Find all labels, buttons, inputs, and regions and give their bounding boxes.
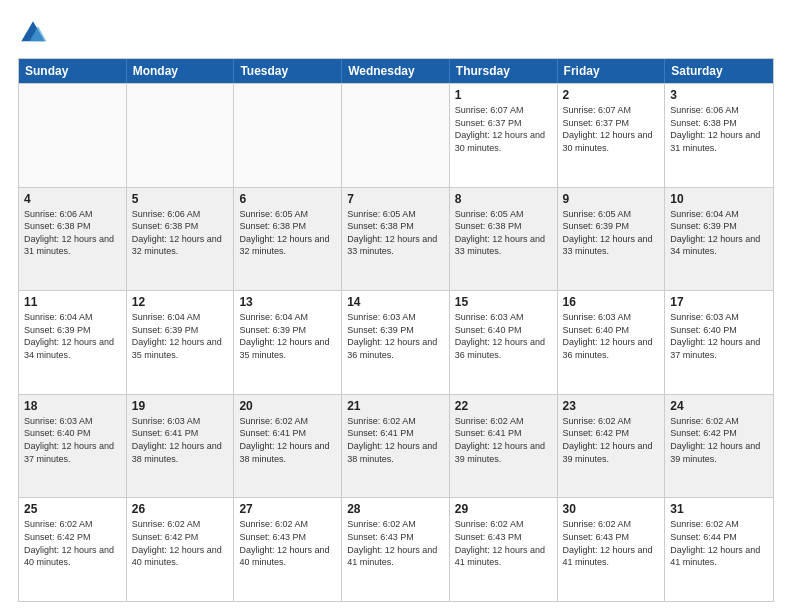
calendar-cell: 1Sunrise: 6:07 AMSunset: 6:37 PMDaylight…: [450, 84, 558, 187]
calendar-cell: 14Sunrise: 6:03 AMSunset: 6:39 PMDayligh…: [342, 291, 450, 394]
day-number: 4: [24, 192, 121, 206]
day-number: 23: [563, 399, 660, 413]
cell-text: Sunrise: 6:02 AMSunset: 6:41 PMDaylight:…: [455, 415, 552, 465]
cell-text: Sunrise: 6:04 AMSunset: 6:39 PMDaylight:…: [24, 311, 121, 361]
header-day-sunday: Sunday: [19, 59, 127, 83]
calendar-cell: 26Sunrise: 6:02 AMSunset: 6:42 PMDayligh…: [127, 498, 235, 601]
calendar-cell: 30Sunrise: 6:02 AMSunset: 6:43 PMDayligh…: [558, 498, 666, 601]
day-number: 9: [563, 192, 660, 206]
day-number: 30: [563, 502, 660, 516]
cell-text: Sunrise: 6:07 AMSunset: 6:37 PMDaylight:…: [455, 104, 552, 154]
cell-text: Sunrise: 6:02 AMSunset: 6:42 PMDaylight:…: [132, 518, 229, 568]
cell-text: Sunrise: 6:06 AMSunset: 6:38 PMDaylight:…: [670, 104, 768, 154]
calendar-row-0: 1Sunrise: 6:07 AMSunset: 6:37 PMDaylight…: [19, 83, 773, 187]
day-number: 8: [455, 192, 552, 206]
day-number: 5: [132, 192, 229, 206]
calendar-cell: 7Sunrise: 6:05 AMSunset: 6:38 PMDaylight…: [342, 188, 450, 291]
cell-text: Sunrise: 6:02 AMSunset: 6:41 PMDaylight:…: [347, 415, 444, 465]
calendar-cell: 6Sunrise: 6:05 AMSunset: 6:38 PMDaylight…: [234, 188, 342, 291]
calendar-cell: 25Sunrise: 6:02 AMSunset: 6:42 PMDayligh…: [19, 498, 127, 601]
calendar-header: SundayMondayTuesdayWednesdayThursdayFrid…: [19, 59, 773, 83]
cell-text: Sunrise: 6:02 AMSunset: 6:43 PMDaylight:…: [455, 518, 552, 568]
day-number: 15: [455, 295, 552, 309]
calendar-row-3: 18Sunrise: 6:03 AMSunset: 6:40 PMDayligh…: [19, 394, 773, 498]
header-day-thursday: Thursday: [450, 59, 558, 83]
calendar-cell: 9Sunrise: 6:05 AMSunset: 6:39 PMDaylight…: [558, 188, 666, 291]
cell-text: Sunrise: 6:02 AMSunset: 6:44 PMDaylight:…: [670, 518, 768, 568]
day-number: 24: [670, 399, 768, 413]
calendar-cell: 5Sunrise: 6:06 AMSunset: 6:38 PMDaylight…: [127, 188, 235, 291]
calendar-cell: 21Sunrise: 6:02 AMSunset: 6:41 PMDayligh…: [342, 395, 450, 498]
day-number: 3: [670, 88, 768, 102]
calendar-cell: 27Sunrise: 6:02 AMSunset: 6:43 PMDayligh…: [234, 498, 342, 601]
calendar-cell: [234, 84, 342, 187]
day-number: 11: [24, 295, 121, 309]
calendar-cell: 15Sunrise: 6:03 AMSunset: 6:40 PMDayligh…: [450, 291, 558, 394]
cell-text: Sunrise: 6:04 AMSunset: 6:39 PMDaylight:…: [239, 311, 336, 361]
calendar-cell: 13Sunrise: 6:04 AMSunset: 6:39 PMDayligh…: [234, 291, 342, 394]
calendar-cell: 23Sunrise: 6:02 AMSunset: 6:42 PMDayligh…: [558, 395, 666, 498]
calendar-cell: 18Sunrise: 6:03 AMSunset: 6:40 PMDayligh…: [19, 395, 127, 498]
day-number: 19: [132, 399, 229, 413]
calendar-cell: [342, 84, 450, 187]
logo-icon: [18, 18, 48, 48]
header-day-friday: Friday: [558, 59, 666, 83]
calendar-cell: 4Sunrise: 6:06 AMSunset: 6:38 PMDaylight…: [19, 188, 127, 291]
day-number: 29: [455, 502, 552, 516]
day-number: 25: [24, 502, 121, 516]
day-number: 28: [347, 502, 444, 516]
calendar-row-4: 25Sunrise: 6:02 AMSunset: 6:42 PMDayligh…: [19, 497, 773, 601]
calendar-cell: [19, 84, 127, 187]
day-number: 21: [347, 399, 444, 413]
header-day-wednesday: Wednesday: [342, 59, 450, 83]
day-number: 13: [239, 295, 336, 309]
calendar-row-2: 11Sunrise: 6:04 AMSunset: 6:39 PMDayligh…: [19, 290, 773, 394]
cell-text: Sunrise: 6:03 AMSunset: 6:39 PMDaylight:…: [347, 311, 444, 361]
calendar-cell: 10Sunrise: 6:04 AMSunset: 6:39 PMDayligh…: [665, 188, 773, 291]
cell-text: Sunrise: 6:05 AMSunset: 6:38 PMDaylight:…: [455, 208, 552, 258]
calendar-cell: 17Sunrise: 6:03 AMSunset: 6:40 PMDayligh…: [665, 291, 773, 394]
cell-text: Sunrise: 6:05 AMSunset: 6:38 PMDaylight:…: [239, 208, 336, 258]
cell-text: Sunrise: 6:02 AMSunset: 6:43 PMDaylight:…: [563, 518, 660, 568]
cell-text: Sunrise: 6:02 AMSunset: 6:43 PMDaylight:…: [239, 518, 336, 568]
cell-text: Sunrise: 6:04 AMSunset: 6:39 PMDaylight:…: [132, 311, 229, 361]
cell-text: Sunrise: 6:06 AMSunset: 6:38 PMDaylight:…: [132, 208, 229, 258]
day-number: 17: [670, 295, 768, 309]
logo: [18, 18, 52, 48]
day-number: 2: [563, 88, 660, 102]
day-number: 14: [347, 295, 444, 309]
calendar-cell: 22Sunrise: 6:02 AMSunset: 6:41 PMDayligh…: [450, 395, 558, 498]
header-day-monday: Monday: [127, 59, 235, 83]
calendar-cell: 11Sunrise: 6:04 AMSunset: 6:39 PMDayligh…: [19, 291, 127, 394]
calendar-cell: 19Sunrise: 6:03 AMSunset: 6:41 PMDayligh…: [127, 395, 235, 498]
cell-text: Sunrise: 6:05 AMSunset: 6:39 PMDaylight:…: [563, 208, 660, 258]
day-number: 6: [239, 192, 336, 206]
day-number: 12: [132, 295, 229, 309]
day-number: 27: [239, 502, 336, 516]
day-number: 20: [239, 399, 336, 413]
cell-text: Sunrise: 6:05 AMSunset: 6:38 PMDaylight:…: [347, 208, 444, 258]
cell-text: Sunrise: 6:02 AMSunset: 6:41 PMDaylight:…: [239, 415, 336, 465]
cell-text: Sunrise: 6:02 AMSunset: 6:42 PMDaylight:…: [563, 415, 660, 465]
calendar-cell: 3Sunrise: 6:06 AMSunset: 6:38 PMDaylight…: [665, 84, 773, 187]
calendar-cell: 2Sunrise: 6:07 AMSunset: 6:37 PMDaylight…: [558, 84, 666, 187]
calendar-cell: 20Sunrise: 6:02 AMSunset: 6:41 PMDayligh…: [234, 395, 342, 498]
cell-text: Sunrise: 6:07 AMSunset: 6:37 PMDaylight:…: [563, 104, 660, 154]
cell-text: Sunrise: 6:03 AMSunset: 6:40 PMDaylight:…: [670, 311, 768, 361]
cell-text: Sunrise: 6:03 AMSunset: 6:40 PMDaylight:…: [563, 311, 660, 361]
calendar-cell: 12Sunrise: 6:04 AMSunset: 6:39 PMDayligh…: [127, 291, 235, 394]
page: SundayMondayTuesdayWednesdayThursdayFrid…: [0, 0, 792, 612]
cell-text: Sunrise: 6:06 AMSunset: 6:38 PMDaylight:…: [24, 208, 121, 258]
cell-text: Sunrise: 6:03 AMSunset: 6:40 PMDaylight:…: [455, 311, 552, 361]
calendar-cell: 31Sunrise: 6:02 AMSunset: 6:44 PMDayligh…: [665, 498, 773, 601]
calendar-cell: 28Sunrise: 6:02 AMSunset: 6:43 PMDayligh…: [342, 498, 450, 601]
calendar-cell: 8Sunrise: 6:05 AMSunset: 6:38 PMDaylight…: [450, 188, 558, 291]
header-day-saturday: Saturday: [665, 59, 773, 83]
cell-text: Sunrise: 6:02 AMSunset: 6:42 PMDaylight:…: [24, 518, 121, 568]
cell-text: Sunrise: 6:02 AMSunset: 6:42 PMDaylight:…: [670, 415, 768, 465]
day-number: 16: [563, 295, 660, 309]
header-day-tuesday: Tuesday: [234, 59, 342, 83]
day-number: 1: [455, 88, 552, 102]
calendar: SundayMondayTuesdayWednesdayThursdayFrid…: [18, 58, 774, 602]
cell-text: Sunrise: 6:02 AMSunset: 6:43 PMDaylight:…: [347, 518, 444, 568]
